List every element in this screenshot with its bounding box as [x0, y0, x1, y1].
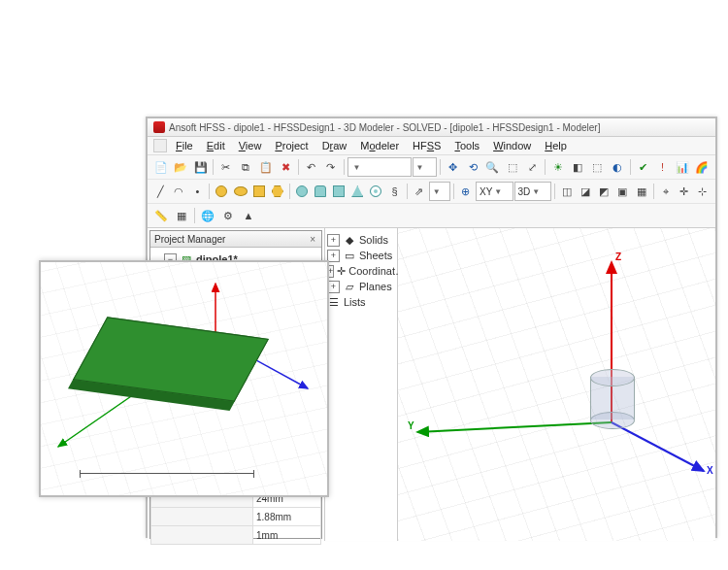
table-row: 1.88mm: [151, 508, 321, 526]
color-dropdown[interactable]: ▼: [413, 157, 437, 177]
sweep-icon[interactable]: ⇗: [411, 182, 428, 201]
y-axis-label: Y: [408, 420, 414, 431]
z-axis-label: Z: [615, 251, 621, 262]
object-tree-panel[interactable]: + ◆ Solids + ▭ Sheets + ✛ Coordinat… + ▱…: [325, 228, 398, 541]
menu-view[interactable]: View: [234, 139, 267, 152]
render-icon[interactable]: ◧: [568, 157, 586, 177]
coord3-icon[interactable]: ⊹: [694, 182, 711, 201]
fit-all-icon[interactable]: ⤢: [523, 157, 542, 177]
menu-modeler[interactable]: Modeler: [355, 139, 404, 152]
undo-icon[interactable]: ↶: [302, 157, 320, 177]
axes-overlay: [398, 228, 715, 541]
rotate-icon[interactable]: ⟲: [463, 157, 481, 177]
tree-lists[interactable]: ☰ Lists: [327, 294, 395, 310]
menu-file[interactable]: File: [171, 139, 198, 152]
sphere-icon[interactable]: [293, 182, 311, 201]
validate-icon[interactable]: ✔: [634, 157, 652, 177]
redo-icon[interactable]: ↷: [321, 157, 340, 177]
table-row: 1mm: [151, 526, 321, 545]
boolean5-icon[interactable]: ▦: [632, 182, 649, 201]
cut-icon[interactable]: ✂: [216, 157, 235, 177]
3d-viewport[interactable]: Z Y X: [398, 228, 715, 541]
toolbar-row-1: 📄 📂 💾 ✂ ⧉ 📋 ✖ ↶ ↷ ▼ ▼ ✥ ⟲ 🔍 ⬚ ⤢ ☀ ◧ ⬚ ◐: [148, 155, 715, 180]
box-icon[interactable]: [330, 182, 347, 201]
model-cylinder[interactable]: [590, 369, 633, 427]
cylinder-icon[interactable]: [312, 182, 329, 201]
tree-planes[interactable]: + ▱ Planes: [327, 279, 395, 294]
app-icon: [153, 121, 165, 133]
menu-tools[interactable]: Tools: [449, 139, 484, 152]
optimetrics-icon[interactable]: ⚙: [218, 206, 238, 225]
material-dropdown[interactable]: ▼: [347, 157, 412, 177]
project-manager-title: Project Manager ×: [150, 231, 321, 248]
line-icon[interactable]: ╱: [151, 182, 169, 201]
unite-icon[interactable]: ⊕: [457, 182, 475, 201]
planes-icon: ▱: [343, 281, 356, 292]
toolbar-row-2: ╱ ◠ • § ⇗ ▼ ⊕ XY▼ 3D▼ ◫ ◪ ◩ ▣: [148, 180, 715, 204]
torus-icon[interactable]: [367, 182, 384, 201]
x-axis-label: X: [707, 465, 713, 476]
point-icon[interactable]: •: [188, 182, 206, 201]
toolbar-row-3: 📏 ▦ 🌐 ⚙ ▲: [148, 204, 715, 227]
plane-dropdown[interactable]: XY▼: [476, 182, 513, 201]
menu-draw[interactable]: Draw: [317, 139, 352, 152]
light-icon[interactable]: ☀: [548, 157, 567, 177]
boolean4-icon[interactable]: ▣: [613, 182, 631, 201]
cone-icon[interactable]: [348, 182, 366, 201]
menubar: File Edit View Project Draw Modeler HFSS…: [148, 137, 715, 155]
expand-icon[interactable]: +: [327, 234, 340, 247]
paste-icon[interactable]: 📋: [256, 157, 275, 177]
coord2-icon[interactable]: ✛: [676, 182, 693, 201]
coord1-icon[interactable]: ⌖: [656, 182, 674, 201]
close-icon[interactable]: ×: [308, 234, 317, 245]
solids-icon: ◆: [343, 234, 356, 246]
save-icon[interactable]: 💾: [191, 157, 210, 177]
zoom-icon[interactable]: 🔍: [483, 157, 502, 177]
copy-icon[interactable]: ⧉: [237, 157, 255, 177]
tree-solids[interactable]: + ◆ Solids: [327, 232, 395, 248]
analyze-icon[interactable]: !: [653, 157, 672, 177]
globe-icon[interactable]: 🌐: [198, 206, 217, 225]
poly2d-icon[interactable]: [269, 182, 286, 201]
zoom-window-icon[interactable]: ⬚: [503, 157, 521, 177]
rect2d-icon[interactable]: [250, 182, 268, 201]
mesh-icon[interactable]: ▲: [239, 206, 258, 225]
menu-edit[interactable]: Edit: [202, 139, 230, 152]
open-icon[interactable]: 📂: [171, 157, 189, 177]
menu-window[interactable]: Window: [488, 139, 536, 152]
arc-icon[interactable]: ◠: [170, 182, 187, 201]
sweep-dropdown[interactable]: ▼: [429, 182, 450, 201]
lists-icon: ☰: [327, 296, 341, 308]
coord-icon: ✛: [337, 265, 346, 277]
delete-icon[interactable]: ✖: [276, 157, 294, 177]
boolean2-icon[interactable]: ◪: [577, 182, 594, 201]
boolean1-icon[interactable]: ◫: [558, 182, 576, 201]
wireframe-icon[interactable]: ⬚: [588, 157, 607, 177]
boolean3-icon[interactable]: ◩: [595, 182, 612, 201]
inset-3d-view[interactable]: [39, 260, 329, 497]
pan-icon[interactable]: ✥: [444, 157, 462, 177]
new-icon[interactable]: 📄: [151, 157, 170, 177]
orient-icon[interactable]: ◐: [608, 157, 626, 177]
helix-icon[interactable]: §: [385, 182, 403, 201]
title-text: Ansoft HFSS - dipole1 - HFSSDesign1 - 3D…: [169, 122, 600, 133]
menu-hfss[interactable]: HFSS: [408, 139, 446, 152]
sheets-icon: ▭: [343, 250, 356, 261]
x-axis: [612, 422, 704, 471]
circle2d-icon[interactable]: [213, 182, 230, 201]
scale-bar: [80, 473, 254, 482]
mdi-system-icon[interactable]: [153, 139, 167, 152]
ellipse2d-icon[interactable]: [231, 182, 248, 201]
measure-icon[interactable]: 📏: [151, 206, 171, 225]
menu-help[interactable]: Help: [540, 139, 572, 152]
tree-coord[interactable]: + ✛ Coordinat…: [327, 263, 395, 279]
results-icon[interactable]: 📊: [673, 157, 691, 177]
grid-icon[interactable]: ▦: [172, 206, 191, 225]
y-axis: [417, 422, 612, 432]
view-dropdown[interactable]: 3D▼: [514, 182, 551, 201]
tree-sheets[interactable]: + ▭ Sheets: [327, 248, 395, 263]
fields-icon[interactable]: 🌈: [693, 157, 711, 177]
titlebar: Ansoft HFSS - dipole1 - HFSSDesign1 - 3D…: [148, 118, 715, 137]
menu-project[interactable]: Project: [270, 139, 313, 152]
toolbars: 📄 📂 💾 ✂ ⧉ 📋 ✖ ↶ ↷ ▼ ▼ ✥ ⟲ 🔍 ⬚ ⤢ ☀ ◧ ⬚ ◐: [148, 155, 715, 228]
